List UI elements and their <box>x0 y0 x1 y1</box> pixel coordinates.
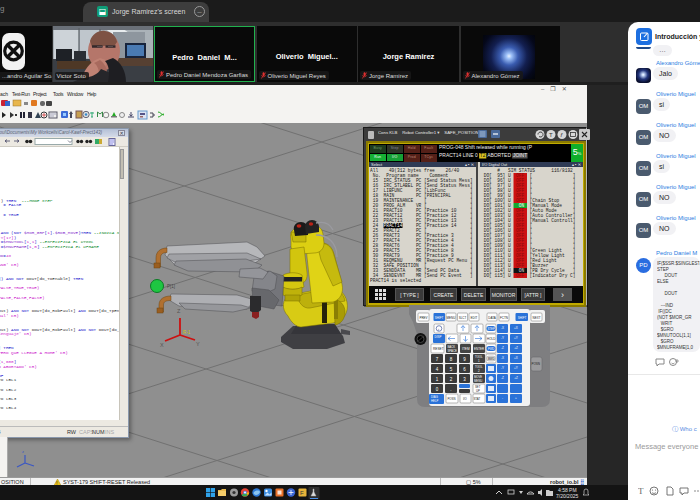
svg-text:-: - <box>502 396 503 400</box>
svg-text:i: i <box>438 327 439 332</box>
svg-text:-Z: -Z <box>501 346 504 350</box>
svg-text:DATA: DATA <box>488 316 496 320</box>
svg-text:UP: UP <box>476 389 480 393</box>
svg-text:-X: -X <box>501 356 504 360</box>
svg-text:z: z <box>22 449 24 454</box>
svg-text:-Y: -Y <box>501 336 504 340</box>
svg-text:RESET: RESET <box>433 347 444 351</box>
svg-text:+Y: +Y <box>514 336 518 340</box>
svg-text:STAT: STAT <box>474 397 481 401</box>
svg-text:-Y: -Y <box>501 366 504 370</box>
svg-text:.: . <box>450 387 451 392</box>
svg-text:R-1: R-1 <box>183 330 191 335</box>
svg-text:P[1]: P[1] <box>167 284 175 289</box>
svg-text:Z: Z <box>177 308 181 314</box>
svg-text:POSN: POSN <box>532 362 541 366</box>
svg-text:FCTN: FCTN <box>500 316 508 320</box>
svg-text:-X: -X <box>501 326 504 330</box>
svg-text:HOLD: HOLD <box>487 337 496 341</box>
svg-text:FWD: FWD <box>488 347 494 351</box>
svg-text:SHIFT: SHIFT <box>518 316 527 320</box>
svg-text:SLCT: SLCT <box>459 316 467 320</box>
svg-text:MENU: MENU <box>447 316 456 320</box>
svg-text:SHIFT: SHIFT <box>435 316 444 320</box>
svg-text:HELP: HELP <box>431 399 438 403</box>
svg-text:T: T <box>549 132 553 138</box>
svg-text:7/20/2025: 7/20/2025 <box>556 493 578 499</box>
svg-text:-Z: -Z <box>501 376 504 380</box>
svg-text:NEXT: NEXT <box>532 316 540 320</box>
svg-text:SPACE: SPACE <box>448 349 457 353</box>
svg-text:+X: +X <box>514 356 518 360</box>
svg-text:X: X <box>160 342 164 348</box>
svg-text:+X: +X <box>514 326 518 330</box>
svg-text:EDIT: EDIT <box>471 316 478 320</box>
svg-text:PREV: PREV <box>419 316 427 320</box>
svg-text:POSN: POSN <box>448 397 456 401</box>
svg-text:+Y: +Y <box>514 366 518 370</box>
svg-text:F: F <box>300 490 304 496</box>
svg-text:+Z: +Z <box>514 376 518 380</box>
svg-text:BWD: BWD <box>488 357 495 361</box>
svg-text:MENU: MENU <box>474 379 482 383</box>
svg-text:+Z: +Z <box>514 346 518 350</box>
svg-text:Y: Y <box>196 341 200 347</box>
svg-text:ITEM: ITEM <box>462 347 470 351</box>
svg-text:ENTER: ENTER <box>474 347 485 351</box>
svg-text:STEP: STEP <box>488 327 495 331</box>
svg-text:DISP: DISP <box>435 335 442 339</box>
svg-text:+: + <box>515 396 517 400</box>
svg-text:T: T <box>638 486 644 496</box>
